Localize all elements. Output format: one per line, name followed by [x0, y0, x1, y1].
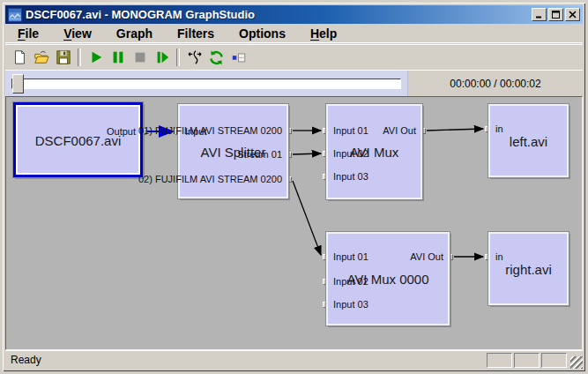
new-button[interactable] [8, 47, 30, 68]
seek-thumb[interactable] [12, 74, 24, 94]
pin-label: Input 01 [333, 251, 368, 262]
play-button[interactable] [85, 47, 107, 68]
save-button[interactable] [52, 47, 74, 68]
pause-icon [110, 49, 126, 65]
filter-node-rightavi[interactable]: right.aviin [488, 232, 569, 305]
titlebar[interactable]: DSCF0067.avi - MONOGRAM GraphStudio [5, 5, 583, 24]
new-file-icon [11, 49, 27, 65]
refresh-button[interactable] [205, 47, 227, 68]
status-pane [487, 353, 512, 368]
toolbar-separator [78, 49, 81, 66]
seek-track[interactable] [11, 79, 401, 89]
pin-label: 01) FUJIFILM AVI STREAM 0200 [138, 125, 282, 136]
minimize-button[interactable] [532, 8, 547, 21]
pin-label: Stream 01 [237, 149, 282, 160]
menu-item-help[interactable]: Help [298, 25, 349, 42]
pin-label: AVI Out [410, 251, 443, 262]
graph-canvas[interactable]: DSCF0067.aviOutputAVI SplitterInput01) F… [5, 96, 583, 350]
seek-time: 00:00:00 / 00:00:02 [408, 71, 583, 96]
connection[interactable] [427, 129, 483, 131]
menu-item-view[interactable]: View [51, 25, 104, 42]
minimize-icon [535, 11, 543, 19]
maximize-icon [552, 11, 560, 19]
open-button[interactable] [30, 47, 52, 68]
filter-node-source[interactable]: DSCF0067.aviOutput [13, 102, 143, 177]
connect-pins-icon [187, 49, 203, 65]
statusbar: Ready [5, 350, 583, 369]
connect-pins-button[interactable] [183, 47, 205, 68]
waveform-app-icon [8, 8, 22, 22]
status-pane [514, 353, 540, 368]
pin-label: Input 03 [333, 299, 368, 310]
step-button[interactable] [151, 47, 173, 68]
menu-item-graph[interactable]: Graph [104, 25, 165, 42]
window-title: DSCF0067.avi - MONOGRAM GraphStudio [26, 8, 530, 21]
close-button[interactable] [565, 8, 580, 21]
seek-toggle-icon [230, 49, 248, 65]
seek-row: 00:00:00 / 00:00:02 [5, 70, 583, 96]
seek-options-button[interactable] [227, 47, 249, 68]
connection[interactable] [293, 181, 321, 255]
connection[interactable] [293, 153, 321, 154]
pin-label: in [495, 123, 503, 134]
step-icon [154, 49, 170, 65]
menu-item-file[interactable]: File [5, 25, 51, 42]
filter-node-leftavi[interactable]: left.aviin [488, 104, 569, 177]
pin-label: Input 01 [333, 125, 368, 136]
resize-grip[interactable] [570, 356, 583, 369]
toolbar [5, 44, 583, 70]
pin-label: Output [107, 126, 136, 137]
node-title: left.avi [510, 133, 547, 148]
node-title: right.avi [505, 261, 552, 276]
pin-label: Input 02 [333, 276, 368, 287]
toolbar-separator [176, 49, 180, 66]
filter-node-mux2[interactable]: AVI Mux 0000Input 01Input 02Input 03AVI … [326, 232, 450, 325]
stop-button[interactable] [129, 47, 151, 68]
save-icon [56, 49, 71, 65]
maximize-button[interactable] [548, 8, 563, 21]
filter-node-mux1[interactable]: AVI MuxInput 01Input 02Input 03AVI Out [326, 104, 422, 199]
pin-label: Input 03 [333, 171, 368, 182]
pin-label: 02) FUJIFILM AVI STREAM 0200 [138, 174, 282, 184]
pin-label: AVI Out [383, 125, 416, 136]
pause-button[interactable] [107, 47, 129, 68]
status-pane [541, 353, 567, 368]
menu-item-filters[interactable]: Filters [165, 25, 227, 42]
close-icon [569, 11, 577, 19]
status-text: Ready [5, 354, 487, 366]
stop-icon [132, 49, 148, 65]
refresh-icon [208, 49, 225, 66]
open-folder-icon [33, 49, 50, 65]
play-icon [88, 49, 104, 65]
app-window: DSCF0067.avi - MONOGRAM GraphStudio File… [0, 0, 588, 374]
menu-item-options[interactable]: Options [227, 25, 298, 42]
filter-node-splitter[interactable]: AVI SplitterInput01) FUJIFILM AVI STREAM… [178, 104, 288, 198]
menubar: FileViewGraphFiltersOptionsHelp [5, 24, 583, 43]
pin-label: in [495, 251, 503, 262]
seek-bar[interactable] [5, 71, 408, 96]
pin-label: Input 02 [333, 148, 368, 159]
